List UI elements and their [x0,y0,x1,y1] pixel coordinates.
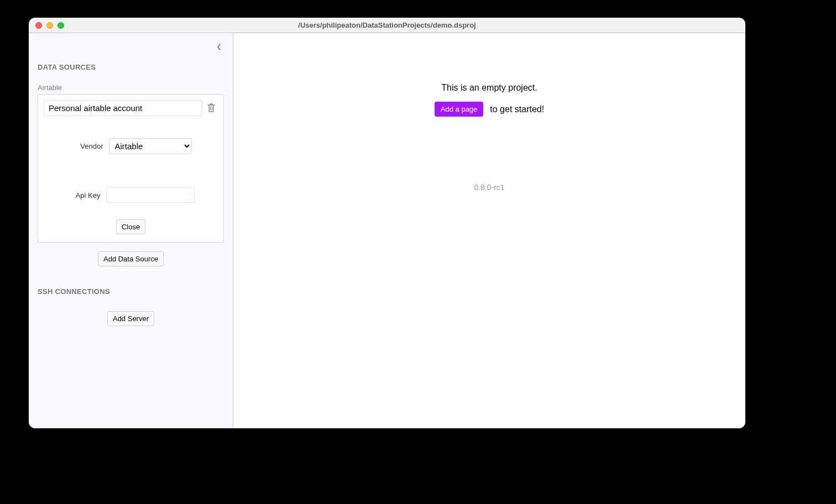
data-source-name-input[interactable] [44,100,202,116]
data-source-card: Vendor Airtable Api Key Close [38,94,224,243]
window-traffic-lights [29,22,64,29]
chevron-left-icon [216,43,222,51]
window-close-button[interactable] [35,22,42,29]
add-server-button[interactable]: Add Server [107,311,154,326]
vendor-row: Vendor Airtable [44,138,218,154]
sidebar-collapse-button[interactable] [213,41,225,53]
add-data-source-row: Add Data Source [38,251,224,266]
delete-data-source-button[interactable] [207,103,218,114]
empty-project-text: This is an empty project. [441,83,537,93]
app-body: DATA SOURCES Airtable Vendor Airtable [29,33,745,428]
sidebar: DATA SOURCES Airtable Vendor Airtable [29,33,233,428]
version-label: 0.8.0-rc1 [474,183,504,192]
apikey-row: Api Key [44,187,218,203]
add-data-source-button[interactable]: Add Data Source [98,251,164,266]
apikey-input[interactable] [106,187,195,203]
data-sources-header: DATA SOURCES [38,63,224,71]
trash-icon [207,103,216,113]
ssh-connections-header: SSH CONNECTIONS [38,287,224,296]
get-started-text: to get started! [490,104,544,114]
window-minimize-button[interactable] [46,22,53,29]
window-title: /Users/philipeaton/DataStationProjects/d… [29,21,745,29]
apikey-label: Api Key [67,191,101,200]
vendor-select[interactable]: Airtable [109,138,192,154]
data-source-name-row [44,100,218,116]
close-button[interactable]: Close [116,219,145,234]
close-button-row: Close [44,219,218,234]
main-area: This is an empty project. Add a page to … [233,33,745,428]
add-page-button[interactable]: Add a page [435,102,484,117]
add-server-row: Add Server [38,311,224,326]
window-zoom-button[interactable] [58,22,64,29]
data-source-type-label: Airtable [38,83,224,92]
vendor-label: Vendor [70,142,103,150]
app-window: /Users/philipeaton/DataStationProjects/d… [29,18,745,428]
titlebar: /Users/philipeaton/DataStationProjects/d… [29,18,745,33]
get-started-row: Add a page to get started! [435,102,544,117]
